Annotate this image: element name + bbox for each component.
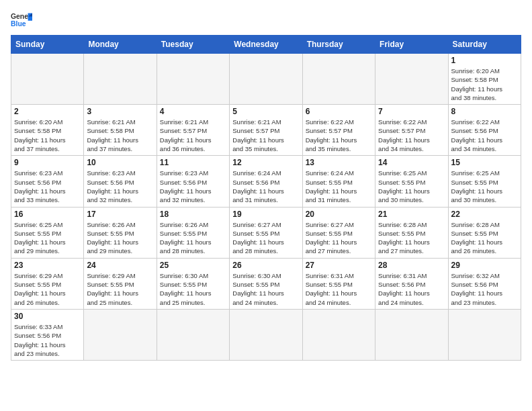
cell-info: Sunrise: 6:23 AM Sunset: 5:56 PM Dayligh…: [160, 169, 226, 204]
day-number: 22: [451, 210, 518, 219]
day-number: 24: [87, 261, 153, 270]
cell-info: Sunrise: 6:25 AM Sunset: 5:55 PM Dayligh…: [14, 220, 81, 256]
day-number: 5: [232, 107, 299, 116]
day-number: 27: [306, 261, 372, 270]
day-number: 16: [14, 210, 81, 219]
cell-info: Sunrise: 6:28 AM Sunset: 5:55 PM Dayligh…: [451, 220, 518, 256]
calendar-cell: 19Sunrise: 6:27 AM Sunset: 5:55 PM Dayli…: [230, 207, 302, 258]
calendar-cell: 2Sunrise: 6:20 AM Sunset: 5:58 PM Daylig…: [11, 105, 84, 156]
cell-info: Sunrise: 6:21 AM Sunset: 5:57 PM Dayligh…: [160, 118, 226, 153]
day-number: 1: [451, 56, 518, 65]
weekday-header: Wednesday: [230, 36, 302, 54]
calendar-cell: 3Sunrise: 6:21 AM Sunset: 5:58 PM Daylig…: [84, 105, 157, 156]
calendar-cell: 18Sunrise: 6:26 AM Sunset: 5:55 PM Dayli…: [157, 207, 229, 258]
calendar-cell: 22Sunrise: 6:28 AM Sunset: 5:55 PM Dayli…: [448, 207, 521, 258]
calendar-cell: 14Sunrise: 6:25 AM Sunset: 5:55 PM Dayli…: [375, 156, 448, 207]
calendar-cell: 28Sunrise: 6:31 AM Sunset: 5:56 PM Dayli…: [375, 258, 448, 309]
cell-info: Sunrise: 6:26 AM Sunset: 5:55 PM Dayligh…: [87, 220, 153, 256]
calendar-cell: 25Sunrise: 6:30 AM Sunset: 5:55 PM Dayli…: [157, 258, 229, 309]
cell-info: Sunrise: 6:22 AM Sunset: 5:57 PM Dayligh…: [306, 118, 372, 153]
cell-info: Sunrise: 6:23 AM Sunset: 5:56 PM Dayligh…: [14, 169, 81, 204]
cell-info: Sunrise: 6:33 AM Sunset: 5:56 PM Dayligh…: [14, 322, 81, 358]
calendar-cell: 29Sunrise: 6:32 AM Sunset: 5:56 PM Dayli…: [448, 258, 521, 309]
day-number: 23: [14, 261, 81, 270]
calendar-cell: 20Sunrise: 6:27 AM Sunset: 5:55 PM Dayli…: [302, 207, 375, 258]
day-number: 25: [160, 261, 226, 270]
cell-info: Sunrise: 6:22 AM Sunset: 5:57 PM Dayligh…: [378, 118, 445, 153]
cell-info: Sunrise: 6:32 AM Sunset: 5:56 PM Dayligh…: [451, 271, 518, 307]
cell-info: Sunrise: 6:29 AM Sunset: 5:55 PM Dayligh…: [87, 271, 153, 307]
cell-info: Sunrise: 6:25 AM Sunset: 5:55 PM Dayligh…: [378, 169, 445, 204]
calendar-cell: [157, 309, 229, 360]
header: General Blue: [11, 11, 521, 30]
calendar-cell: 21Sunrise: 6:28 AM Sunset: 5:55 PM Dayli…: [375, 207, 448, 258]
weekday-header: Tuesday: [157, 36, 229, 54]
calendar-cell: 9Sunrise: 6:23 AM Sunset: 5:56 PM Daylig…: [11, 156, 84, 207]
cell-info: Sunrise: 6:30 AM Sunset: 5:55 PM Dayligh…: [232, 271, 299, 307]
calendar-cell: 11Sunrise: 6:23 AM Sunset: 5:56 PM Dayli…: [157, 156, 229, 207]
cell-info: Sunrise: 6:24 AM Sunset: 5:56 PM Dayligh…: [232, 169, 299, 204]
cell-info: Sunrise: 6:30 AM Sunset: 5:55 PM Dayligh…: [160, 271, 226, 307]
calendar-cell: 27Sunrise: 6:31 AM Sunset: 5:55 PM Dayli…: [302, 258, 375, 309]
cell-info: Sunrise: 6:22 AM Sunset: 5:56 PM Dayligh…: [451, 118, 518, 153]
calendar-cell: 30Sunrise: 6:33 AM Sunset: 5:56 PM Dayli…: [11, 309, 84, 360]
day-number: 10: [87, 158, 153, 167]
calendar-cell: 4Sunrise: 6:21 AM Sunset: 5:57 PM Daylig…: [157, 105, 229, 156]
cell-info: Sunrise: 6:31 AM Sunset: 5:55 PM Dayligh…: [306, 271, 372, 307]
calendar-cell: 26Sunrise: 6:30 AM Sunset: 5:55 PM Dayli…: [230, 258, 302, 309]
day-number: 30: [14, 312, 81, 321]
calendar-cell: [302, 309, 375, 360]
calendar-cell: [375, 54, 448, 105]
day-number: 29: [451, 261, 518, 270]
weekday-header: Sunday: [11, 36, 84, 54]
calendar: SundayMondayTuesdayWednesdayThursdayFrid…: [11, 35, 521, 361]
calendar-cell: 5Sunrise: 6:21 AM Sunset: 5:57 PM Daylig…: [230, 105, 302, 156]
cell-info: Sunrise: 6:26 AM Sunset: 5:55 PM Dayligh…: [160, 220, 226, 256]
day-number: 13: [306, 158, 372, 167]
calendar-cell: [84, 54, 157, 105]
calendar-cell: [448, 309, 521, 360]
calendar-cell: 10Sunrise: 6:23 AM Sunset: 5:56 PM Dayli…: [84, 156, 157, 207]
cell-info: Sunrise: 6:25 AM Sunset: 5:55 PM Dayligh…: [451, 169, 518, 204]
day-number: 12: [232, 158, 299, 167]
day-number: 21: [378, 210, 445, 219]
cell-info: Sunrise: 6:27 AM Sunset: 5:55 PM Dayligh…: [306, 220, 372, 256]
calendar-cell: 16Sunrise: 6:25 AM Sunset: 5:55 PM Dayli…: [11, 207, 84, 258]
calendar-cell: 8Sunrise: 6:22 AM Sunset: 5:56 PM Daylig…: [448, 105, 521, 156]
svg-text:Blue: Blue: [11, 20, 26, 28]
day-number: 20: [306, 210, 372, 219]
day-number: 9: [14, 158, 81, 167]
calendar-cell: [157, 54, 229, 105]
day-number: 14: [378, 158, 445, 167]
weekday-header: Monday: [84, 36, 157, 54]
cell-info: Sunrise: 6:21 AM Sunset: 5:58 PM Dayligh…: [87, 118, 153, 153]
day-number: 26: [232, 261, 299, 270]
cell-info: Sunrise: 6:20 AM Sunset: 5:58 PM Dayligh…: [451, 66, 518, 102]
cell-info: Sunrise: 6:24 AM Sunset: 5:55 PM Dayligh…: [306, 169, 372, 204]
day-number: 28: [378, 261, 445, 270]
weekday-header: Thursday: [302, 36, 375, 54]
day-number: 8: [451, 107, 518, 116]
day-number: 6: [306, 107, 372, 116]
cell-info: Sunrise: 6:23 AM Sunset: 5:56 PM Dayligh…: [87, 169, 153, 204]
day-number: 7: [378, 107, 445, 116]
cell-info: Sunrise: 6:27 AM Sunset: 5:55 PM Dayligh…: [232, 220, 299, 256]
day-number: 15: [451, 158, 518, 167]
calendar-cell: [11, 54, 84, 105]
calendar-cell: [375, 309, 448, 360]
cell-info: Sunrise: 6:28 AM Sunset: 5:55 PM Dayligh…: [378, 220, 445, 256]
calendar-cell: 24Sunrise: 6:29 AM Sunset: 5:55 PM Dayli…: [84, 258, 157, 309]
weekday-header: Saturday: [448, 36, 521, 54]
cell-info: Sunrise: 6:21 AM Sunset: 5:57 PM Dayligh…: [232, 118, 299, 153]
calendar-cell: 1Sunrise: 6:20 AM Sunset: 5:58 PM Daylig…: [448, 54, 521, 105]
day-number: 18: [160, 210, 226, 219]
cell-info: Sunrise: 6:20 AM Sunset: 5:58 PM Dayligh…: [14, 118, 81, 153]
weekday-header: Friday: [375, 36, 448, 54]
calendar-cell: 6Sunrise: 6:22 AM Sunset: 5:57 PM Daylig…: [302, 105, 375, 156]
page: General Blue SundayMondayTuesdayWednesda…: [0, 0, 532, 366]
general-blue-logo-icon: General Blue: [11, 11, 32, 30]
calendar-cell: [84, 309, 157, 360]
calendar-cell: 17Sunrise: 6:26 AM Sunset: 5:55 PM Dayli…: [84, 207, 157, 258]
day-number: 2: [14, 107, 81, 116]
calendar-cell: 23Sunrise: 6:29 AM Sunset: 5:55 PM Dayli…: [11, 258, 84, 309]
